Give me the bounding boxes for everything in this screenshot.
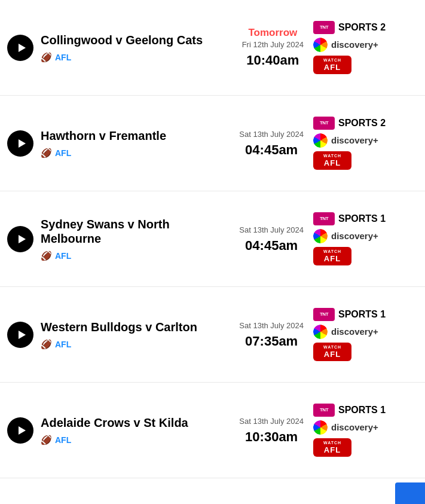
play-button[interactable]	[7, 130, 33, 157]
discovery-channel[interactable]: discovery+	[313, 325, 378, 339]
league-badge[interactable]: 🏈AFL	[41, 148, 71, 158]
league-label: AFL	[55, 251, 71, 261]
watch-afl-button[interactable]: WATCH AFL	[313, 56, 351, 75]
match-row: Adelaide Crows v St Kilda🏈AFLSat 13th Ju…	[0, 383, 425, 478]
schedule-column: Sat 13th July 202410:30am	[230, 416, 313, 445]
svg-marker-3	[19, 331, 26, 339]
schedule-column: Sat 13th July 202404:45am	[230, 224, 313, 253]
afl-label: AFL	[324, 350, 341, 359]
league-label: AFL	[55, 435, 71, 445]
watch-label: WATCH	[323, 58, 341, 63]
match-row: Western Bulldogs v Carlton🏈AFLSat 13th J…	[0, 287, 425, 383]
football-icon: 🏈	[41, 339, 52, 350]
match-info: Hawthorn v Fremantle🏈AFL	[33, 129, 230, 158]
discovery-channel[interactable]: discovery+	[313, 38, 378, 52]
tnt-logo: TNT	[313, 404, 335, 417]
discovery-channel[interactable]: discovery+	[313, 133, 378, 148]
discovery-logo	[313, 38, 328, 52]
league-label: AFL	[55, 340, 71, 349]
league-badge[interactable]: 🏈AFL	[41, 339, 71, 350]
discovery-logo	[313, 420, 328, 435]
discovery-logo	[313, 325, 328, 339]
svg-marker-2	[19, 235, 26, 243]
match-time: 10:40am	[242, 53, 304, 68]
watch-afl-button[interactable]: WATCH AFL	[313, 438, 351, 457]
discovery-channel[interactable]: discovery+	[313, 229, 378, 243]
play-button[interactable]	[7, 417, 33, 444]
tnt-logo: TNT	[313, 212, 335, 225]
match-row: Hawthorn v Fremantle🏈AFLSat 13th July 20…	[0, 96, 425, 191]
match-date: Sat 13th July 2024	[239, 130, 304, 140]
discovery-logo	[313, 133, 328, 148]
tnt-channel-name: SPORTS 2	[338, 118, 386, 129]
timing-label: Tomorrow	[242, 27, 304, 39]
play-button[interactable]	[7, 322, 33, 348]
match-date: Sat 13th July 2024	[239, 417, 304, 427]
match-date: Sat 13th July 2024	[239, 321, 304, 331]
football-icon: 🏈	[41, 148, 52, 158]
match-time: 04:45am	[239, 142, 304, 158]
league-badge[interactable]: 🏈AFL	[41, 251, 71, 261]
league-label: AFL	[55, 53, 71, 62]
channels-column: TNT SPORTS 2 discovery+ WATCH AFL	[313, 21, 418, 75]
tnt-channel[interactable]: TNT SPORTS 2	[313, 21, 386, 34]
tnt-channel-name: SPORTS 2	[338, 22, 386, 33]
play-button[interactable]	[7, 226, 33, 252]
match-time: 07:35am	[239, 334, 304, 349]
match-row: Sydney Swans v North Melbourne🏈AFLSat 13…	[0, 191, 425, 287]
afl-label: AFL	[324, 445, 341, 455]
watch-label: WATCH	[323, 154, 341, 158]
channels-column: TNT SPORTS 1 discovery+ WATCH AFL	[313, 308, 418, 362]
discovery-channel-name: discovery+	[331, 39, 378, 50]
league-badge[interactable]: 🏈AFL	[41, 435, 71, 445]
football-icon: 🏈	[41, 251, 52, 261]
match-title: Sydney Swans v North Melbourne	[41, 217, 222, 246]
tnt-logo: TNT	[313, 308, 335, 321]
svg-marker-4	[19, 426, 26, 435]
league-badge[interactable]: 🏈AFL	[41, 52, 71, 63]
tnt-channel[interactable]: TNT SPORTS 1	[313, 404, 386, 417]
watch-afl-button[interactable]: WATCH AFL	[313, 151, 351, 170]
tnt-logo: TNT	[313, 21, 335, 34]
afl-label: AFL	[324, 254, 341, 264]
blue-corner-button[interactable]	[395, 482, 425, 504]
svg-marker-0	[19, 44, 26, 52]
tnt-channel-name: SPORTS 1	[338, 309, 386, 320]
tnt-channel-name: SPORTS 1	[338, 405, 386, 416]
tnt-channel-name: SPORTS 1	[338, 213, 386, 224]
watch-label: WATCH	[323, 249, 341, 254]
tnt-logo: TNT	[313, 117, 335, 130]
match-title: Western Bulldogs v Carlton	[41, 320, 222, 334]
league-label: AFL	[55, 148, 71, 158]
discovery-channel-name: discovery+	[331, 422, 378, 432]
match-info: Adelaide Crows v St Kilda🏈AFL	[33, 416, 230, 445]
svg-marker-1	[19, 139, 26, 148]
play-button[interactable]	[7, 35, 33, 61]
match-info: Collingwood v Geelong Cats🏈AFL	[33, 33, 233, 63]
match-title: Adelaide Crows v St Kilda	[41, 416, 222, 430]
match-title: Collingwood v Geelong Cats	[41, 33, 225, 47]
match-info: Sydney Swans v North Melbourne🏈AFL	[33, 217, 230, 261]
tnt-channel[interactable]: TNT SPORTS 1	[313, 308, 386, 321]
discovery-logo	[313, 229, 328, 243]
discovery-channel[interactable]: discovery+	[313, 420, 378, 435]
afl-label: AFL	[324, 63, 341, 72]
tnt-channel[interactable]: TNT SPORTS 2	[313, 117, 386, 130]
discovery-channel-name: discovery+	[331, 326, 378, 337]
channels-column: TNT SPORTS 2 discovery+ WATCH AFL	[313, 117, 418, 170]
match-date: Fri 12th July 2024	[242, 40, 304, 50]
watch-afl-button[interactable]: WATCH AFL	[313, 247, 351, 266]
match-time: 04:45am	[239, 238, 304, 253]
watch-label: WATCH	[323, 441, 341, 445]
match-title: Hawthorn v Fremantle	[41, 129, 222, 143]
watch-label: WATCH	[323, 345, 341, 350]
afl-label: AFL	[324, 158, 341, 168]
match-info: Western Bulldogs v Carlton🏈AFL	[33, 320, 230, 350]
discovery-channel-name: discovery+	[331, 231, 378, 241]
schedule-column: TomorrowFri 12th July 202410:40am	[233, 27, 313, 68]
match-time: 10:30am	[239, 429, 304, 445]
tnt-channel[interactable]: TNT SPORTS 1	[313, 212, 386, 225]
schedule-column: Sat 13th July 202407:35am	[230, 320, 313, 349]
watch-afl-button[interactable]: WATCH AFL	[313, 343, 351, 362]
channels-column: TNT SPORTS 1 discovery+ WATCH AFL	[313, 212, 418, 266]
